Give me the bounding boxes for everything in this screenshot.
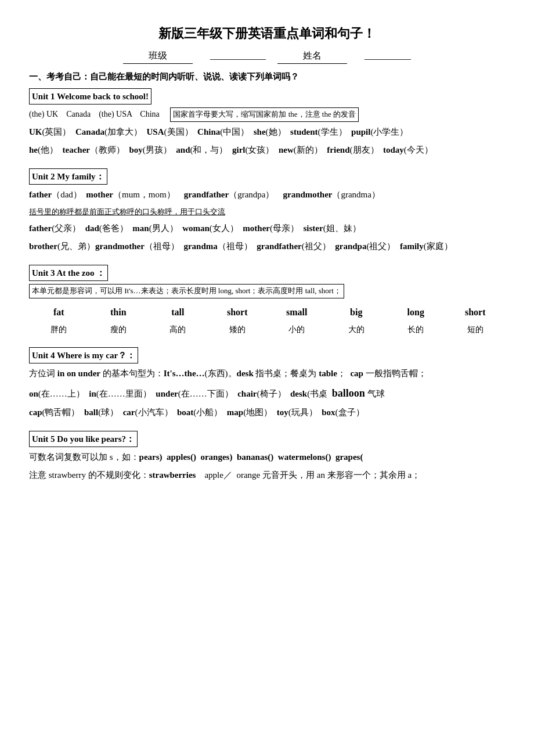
unit2-intro: father（dad） mother（mum，mom） grandfather（… [29, 187, 505, 203]
unit1-heading: Unit 1 Welcome back to school! [29, 88, 151, 105]
adj-long: long [386, 304, 446, 321]
unit4-intro: 方位词 in on under 的基本句型为：It's…the…(东西)。des… [29, 366, 505, 381]
intro-text: 一、考考自己：自己能在最短的时间内听听、说说、读读下列单词吗？ [29, 70, 505, 84]
unit5-line1: 注意 strawberry 的不规则变化：strawberries apple／… [29, 467, 505, 483]
unit4-line1: on(在……上） in(在……里面） under(在……下面） chair(椅子… [29, 384, 505, 402]
unit4-heading: Unit 4 Where is my car？： [29, 347, 138, 363]
unit4-content: 方位词 in on under 的基本句型为：It's…the…(东西)。des… [29, 366, 505, 420]
unit5-section: Unit 5 Do you like pears?： 可数名词复数可以加 s，如… [29, 431, 505, 483]
unit5-intro: 可数名词复数可以加 s，如：pears) apples() oranges) b… [29, 449, 505, 465]
unit1-content: UK(英国） Canada(加拿大） USA(美国） China(中国） she… [29, 124, 505, 158]
unit1-line2: he(他） teacher（教师） boy(男孩） and(和，与） girl(… [29, 142, 505, 158]
unit3-cn-row: 胖的 瘦的 高的 矮的 小的 大的 长的 短的 [29, 322, 505, 337]
unit2-underline-note: 括号里的称呼都是前面正式称呼的口头称呼，用于口头交流 [29, 205, 505, 218]
unit1-section: Unit 1 Welcome back to school! (the) UK … [29, 88, 505, 158]
adj-small-cn: 小的 [267, 322, 327, 337]
adj-short-cn: 矮的 [208, 322, 268, 337]
unit4-section: Unit 4 Where is my car？： 方位词 in on under… [29, 347, 505, 420]
unit3-section: Unit 3 At the zoo ： 本单元都是形容词，可以用 It's…来表… [29, 265, 505, 337]
unit3-heading: Unit 3 At the zoo ： [29, 265, 108, 281]
adj-tall-cn: 高的 [148, 322, 208, 337]
unit1-note-countries: (the) UK Canada (the) USA China [29, 110, 160, 118]
class-name-line: 班级____________ 姓名__________ [29, 48, 505, 64]
adj-short2: short [446, 304, 506, 321]
page-title: 新版三年级下册英语重点单词和句子！ [29, 23, 505, 44]
unit2-heading: Unit 2 My family： [29, 168, 107, 185]
adj-fat-cn: 胖的 [29, 322, 89, 337]
adj-thin: thin [89, 304, 149, 321]
unit3-adjectives: fat thin tall short small big long short… [29, 304, 505, 337]
unit2-line1: father(父亲） dad(爸爸） man(男人） woman(女人） mot… [29, 221, 505, 236]
unit1-note-box: 国家首字母要大写，缩写国家前加 the，注意 the 的发音 [170, 107, 359, 122]
unit2-line2: brother(兄、弟）grandmother（祖母） grandma（祖母） … [29, 239, 505, 254]
adj-long-cn: 长的 [386, 322, 446, 337]
adj-big-cn: 大的 [327, 322, 387, 337]
unit3-note-box: 本单元都是形容词，可以用 It's…来表达；表示长度时用 long, short… [29, 284, 344, 298]
unit1-line1: UK(英国） Canada(加拿大） USA(美国） China(中国） she… [29, 124, 505, 140]
class-label: 班级 [123, 48, 193, 64]
adj-small: small [267, 304, 327, 321]
adj-fat: fat [29, 304, 89, 321]
unit4-line2: cap(鸭舌帽） ball(球） car(小汽车） boat(小船） map(地… [29, 405, 505, 420]
name-label: 姓名 [277, 48, 347, 64]
unit5-heading: Unit 5 Do you like pears?： [29, 431, 138, 447]
adj-short2-cn: 短的 [446, 322, 506, 337]
adj-short: short [208, 304, 268, 321]
unit5-content: 可数名词复数可以加 s，如：pears) apples() oranges) b… [29, 449, 505, 483]
unit2-section: Unit 2 My family： father（dad） mother（mum… [29, 168, 505, 254]
adj-tall: tall [148, 304, 208, 321]
adj-big: big [327, 304, 387, 321]
unit2-content: father（dad） mother（mum，mom） grandfather（… [29, 187, 505, 254]
unit3-en-row: fat thin tall short small big long short [29, 304, 505, 321]
adj-thin-cn: 瘦的 [89, 322, 149, 337]
